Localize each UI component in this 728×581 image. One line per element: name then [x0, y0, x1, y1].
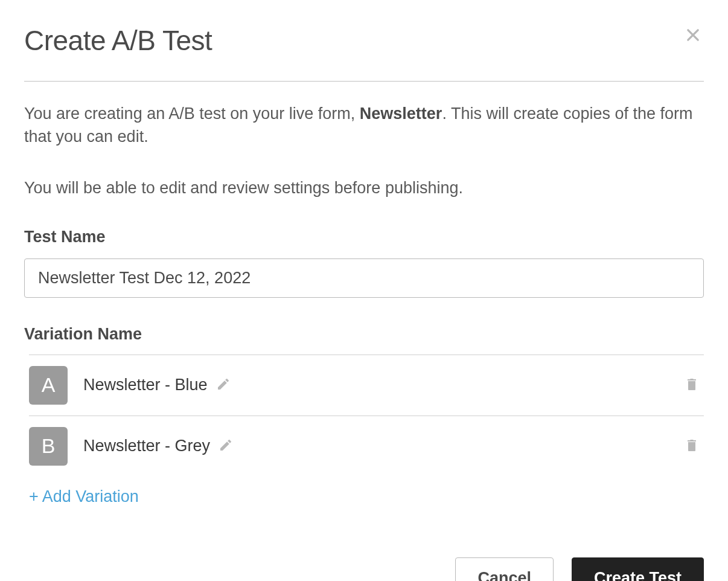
variation-row: A Newsletter - Blue [29, 355, 704, 416]
variation-badge-a: A [29, 366, 68, 405]
description-prefix: You are creating an A/B test on your liv… [24, 104, 360, 123]
variation-badge-b: B [29, 427, 68, 466]
variation-name-text: Newsletter - Blue [83, 376, 208, 394]
delete-variation-button[interactable] [685, 376, 704, 394]
variation-name-text: Newsletter - Grey [83, 437, 210, 455]
trash-icon [685, 376, 699, 394]
variation-name-label: Variation Name [24, 325, 704, 355]
cancel-button[interactable]: Cancel [455, 557, 554, 581]
edit-variation-button[interactable] [216, 377, 231, 394]
add-variation-button[interactable]: + Add Variation [29, 487, 139, 506]
test-name-label: Test Name [24, 228, 704, 246]
modal-description: You are creating an A/B test on your liv… [24, 103, 704, 149]
modal-title: Create A/B Test [24, 24, 212, 57]
edit-variation-button[interactable] [219, 438, 233, 455]
delete-variation-button[interactable] [685, 437, 704, 455]
pencil-icon [219, 438, 233, 455]
modal-sub-description: You will be able to edit and review sett… [24, 179, 704, 197]
variation-row: B Newsletter - Grey [29, 416, 704, 477]
trash-icon [685, 437, 699, 455]
create-test-button[interactable]: Create Test [572, 557, 704, 581]
close-icon [685, 27, 701, 45]
close-button[interactable] [682, 24, 704, 48]
pencil-icon [216, 377, 231, 394]
form-name: Newsletter [360, 104, 442, 123]
test-name-input[interactable] [24, 258, 704, 298]
